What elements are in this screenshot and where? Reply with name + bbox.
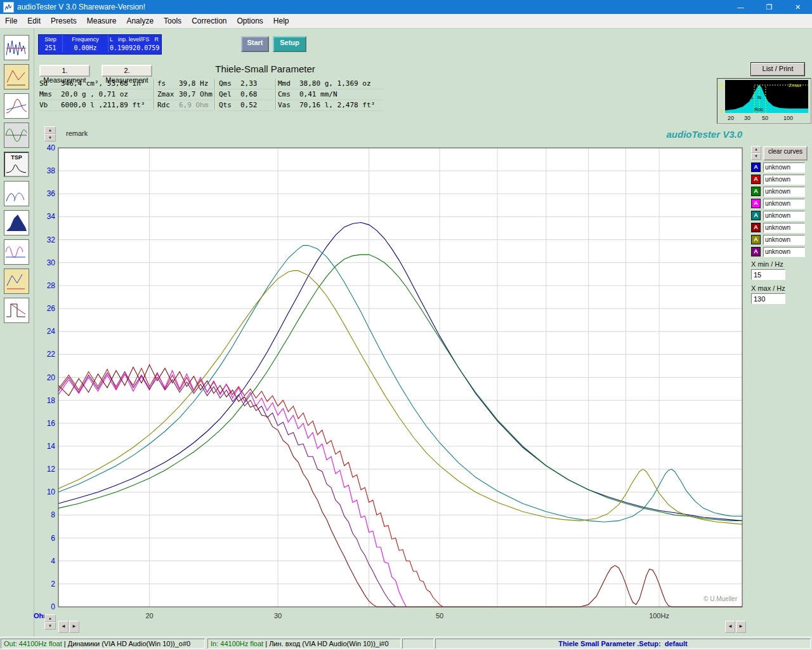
- status-setup-value: default: [665, 640, 688, 647]
- arrow-up-icon: ▲: [48, 616, 52, 620]
- x-tick-label: 100Hz: [649, 612, 669, 620]
- curve-name-box[interactable]: unknown: [763, 235, 805, 245]
- spectrum-icon: [4, 51, 29, 60]
- arrow-left-icon: ◄: [61, 623, 66, 629]
- scroll-left-button[interactable]: ◄: [58, 621, 69, 633]
- status-spacer: [402, 639, 434, 649]
- menu-measure[interactable]: Measure: [82, 15, 122, 27]
- sweep-icon: [4, 109, 29, 119]
- remark-label: remark: [66, 129, 88, 137]
- arrow-up-icon: ▲: [48, 128, 52, 132]
- x-min-input[interactable]: [751, 269, 785, 280]
- tab-measurement-1[interactable]: 1. Measurement: [39, 65, 90, 77]
- curve-name-box[interactable]: unknown: [763, 187, 805, 197]
- curve-name-box[interactable]: unknown: [763, 223, 805, 233]
- legend-row-1: Aunknown: [751, 161, 805, 173]
- curve-color-swatch[interactable]: A: [751, 211, 761, 220]
- generator-icon: [4, 80, 29, 90]
- curve-color-swatch[interactable]: A: [751, 235, 761, 244]
- y-axis-up-button[interactable]: ▲: [44, 126, 56, 134]
- y-min-up-button[interactable]: ▲: [44, 614, 56, 622]
- window-title: audioTester V 3.0 Shareware-Version!: [17, 3, 726, 11]
- preview-f2-label: f2: [766, 95, 771, 100]
- tsp-column-resonance: fs39,8 HzZmax30,7 OhmRdc6,9 Ohm: [157, 79, 213, 111]
- generator-tool-button[interactable]: [4, 64, 29, 90]
- x-max-input[interactable]: [751, 293, 785, 304]
- curve-name-box[interactable]: unknown: [763, 211, 805, 221]
- curve-color-swatch[interactable]: A: [751, 223, 761, 232]
- menu-presets[interactable]: Presets: [46, 15, 82, 27]
- y-tick-label: 14: [47, 442, 56, 451]
- preview-x-100: 100: [783, 115, 793, 121]
- y-tick-label: 2: [51, 580, 55, 588]
- tab-measurement-2[interactable]: 2. Measurement: [102, 65, 152, 77]
- curve-list-up-button[interactable]: ▲: [751, 146, 761, 153]
- scroll-right-button[interactable]: ►: [69, 621, 79, 633]
- column-separator: [214, 79, 216, 110]
- curve-name-box[interactable]: unknown: [763, 247, 805, 257]
- curve-name-box[interactable]: unknown: [763, 162, 805, 173]
- list-print-button[interactable]: List / Print: [750, 62, 805, 76]
- y-tick-label: 20: [47, 373, 56, 382]
- status-output-device: Out: 44100Hz float | Динамики (VIA HD Au…: [1, 639, 205, 649]
- close-button[interactable]: ✕: [783, 0, 812, 14]
- curve-color-swatch[interactable]: A: [751, 162, 761, 172]
- status-setup: Thiele Small Parameter .Setup: default: [435, 639, 811, 649]
- level-right-value: 0.07596: [136, 44, 160, 51]
- y-tick-label: 4: [51, 557, 55, 566]
- curve-color-swatch[interactable]: A: [751, 187, 761, 196]
- curve-color-swatch[interactable]: A: [751, 247, 761, 256]
- y-tick-label: 24: [47, 327, 56, 336]
- curve-name-box[interactable]: unknown: [763, 175, 805, 185]
- menu-edit[interactable]: Edit: [22, 15, 46, 27]
- y-tick-label: 34: [47, 212, 56, 221]
- spectrum-tool-button[interactable]: [4, 35, 29, 60]
- y-tick-label: 28: [47, 281, 56, 290]
- minimize-button[interactable]: —: [726, 0, 755, 14]
- tsp-column-q-factors: Qms2,33Qel0,68Qts0,52: [219, 79, 273, 111]
- y-tick-label: 16: [47, 419, 56, 428]
- maximize-button[interactable]: ❐: [755, 0, 783, 14]
- menu-help[interactable]: Help: [268, 15, 294, 27]
- curve-color-swatch[interactable]: A: [751, 199, 761, 208]
- curve-list-down-button[interactable]: ▼: [751, 153, 761, 160]
- y-axis-down-button[interactable]: ▼: [44, 134, 56, 142]
- arrow-left-icon: ◄: [728, 623, 733, 629]
- menu-bar: FileEditPresetsMeasureAnalyzeToolsCorrec…: [0, 14, 812, 29]
- x-tick-label: 30: [274, 612, 282, 620]
- arrow-down-icon: ▼: [754, 154, 758, 158]
- tsp-param-mmd: Mmd38,80 g, 1,369 oz: [278, 79, 383, 90]
- y-min-down-button[interactable]: ▼: [44, 622, 56, 630]
- legend-row-5: Aunknown: [751, 209, 805, 222]
- y-tick-label: 32: [47, 235, 56, 244]
- y-tick-label: 40: [47, 143, 56, 152]
- scroll-left-button[interactable]: ◄: [725, 621, 735, 633]
- app-icon: [3, 2, 14, 13]
- tsp-param-zmax: Zmax30,7 Ohm: [157, 90, 213, 100]
- setup-button[interactable]: Setup: [273, 36, 306, 52]
- y-tick-label: 8: [51, 510, 55, 519]
- panel-title: Thiele-Small Parameter: [189, 63, 341, 74]
- close-icon: ✕: [795, 3, 801, 11]
- preview-x-50: 50: [762, 115, 768, 121]
- menu-file[interactable]: File: [0, 15, 22, 27]
- menu-analyze[interactable]: Analyze: [121, 15, 159, 27]
- tsp-param-rdc: Rdc6,9 Ohm: [157, 100, 213, 111]
- y-tick-label: 18: [47, 396, 56, 405]
- tsp-param-cms: Cms0,41 mm/N: [278, 90, 383, 100]
- tsp-param-sd: Sd346,4 cm², 53,68 in²: [39, 79, 152, 90]
- copyright-label: © U.Mueller: [704, 595, 738, 602]
- arrow-right-icon: ►: [738, 623, 743, 629]
- scroll-right-button[interactable]: ►: [736, 621, 746, 633]
- start-button[interactable]: Start: [241, 36, 269, 52]
- tsp-param-vas: Vas70,16 l, 2,478 ft³: [278, 100, 383, 111]
- curve-name-box[interactable]: unknown: [763, 199, 805, 209]
- sweep-tool-button[interactable]: [4, 93, 29, 119]
- menu-options[interactable]: Options: [232, 15, 268, 27]
- clear-curves-button[interactable]: clear curves: [763, 146, 808, 161]
- menu-tools[interactable]: Tools: [159, 15, 187, 27]
- curve-color-swatch[interactable]: A: [751, 175, 761, 184]
- menu-correction[interactable]: Correction: [187, 15, 232, 27]
- legend-row-2: Aunknown: [751, 173, 805, 185]
- y-tick-label: 26: [47, 304, 56, 313]
